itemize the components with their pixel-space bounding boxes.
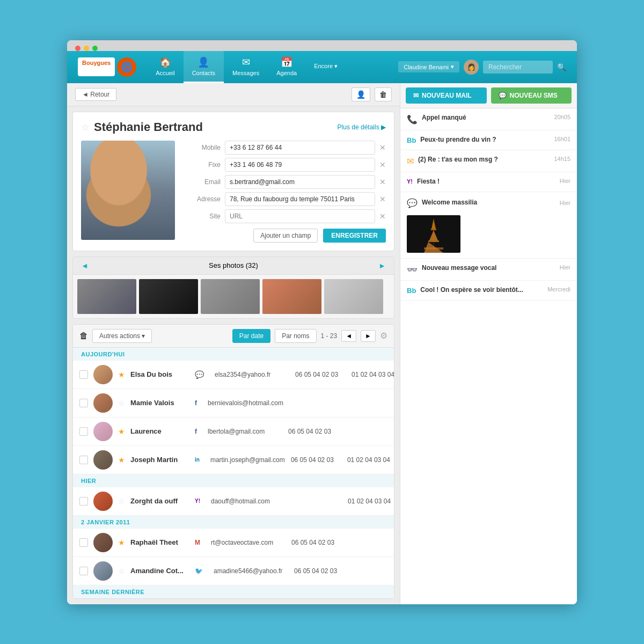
list-item[interactable]: ★ Joseph Martin in Pierre, j'espère que … (73, 446, 394, 474)
list-item[interactable]: ★ Laurence f Coucou tu veux nous rejoind… (73, 418, 394, 446)
contact-name-row: ☆ Stéphanie Bertrand (81, 120, 203, 134)
delete-contact-button[interactable]: 🗑 (375, 87, 392, 101)
message-subject: Welcome massilia (422, 199, 555, 206)
star-icon[interactable]: ★ (118, 427, 125, 436)
photos-next-button[interactable]: ► (378, 261, 386, 270)
sort-date-button[interactable]: Par date (232, 329, 270, 343)
list-item[interactable]: ☆ Amandine Cot... 🐦 Bonne anniversaire P… (73, 557, 394, 586)
avatar (93, 365, 113, 384)
row-checkbox[interactable] (79, 427, 88, 436)
more-details-link[interactable]: Plus de détails ▶ (338, 123, 386, 131)
avatar (93, 561, 113, 581)
message-type-icon: in (195, 457, 200, 463)
avatar (93, 450, 113, 470)
nouveau-sms-button[interactable]: 💬 NOUVEAU SMS (491, 87, 572, 104)
search-icon[interactable]: 🔍 (557, 63, 566, 71)
photo-thumb-5[interactable] (324, 279, 383, 314)
message-item[interactable]: Y! Fiesta ! Hier (400, 172, 577, 192)
row-checkbox[interactable] (79, 456, 88, 464)
add-contact-button[interactable]: 👤 (352, 87, 370, 101)
save-button[interactable]: ENREGISTRER (323, 229, 386, 243)
photos-prev-button[interactable]: ◄ (81, 261, 89, 270)
nav-contacts[interactable]: 👤 Contacts (184, 51, 224, 83)
star-icon[interactable]: ★ (118, 370, 125, 379)
field-input-email[interactable] (225, 175, 375, 189)
field-input-mobile[interactable] (225, 141, 375, 155)
list-item[interactable]: ★ Elsa Du bois 💬 Bonjour je suis en reta… (73, 361, 394, 389)
list-item[interactable]: ☆ Zorght da ouff Y! Voyage en Irelande O… (73, 487, 394, 516)
contact-email: martin.joseph@gmail.com (210, 456, 286, 464)
message-item[interactable]: 📞 Appel manqué 20h05 (400, 108, 577, 130)
back-button[interactable]: ◄ Retour (75, 88, 116, 101)
browser-dot-green[interactable] (92, 46, 98, 51)
star-icon[interactable]: ★ (118, 456, 125, 464)
star-icon[interactable]: ☆ (118, 567, 125, 575)
message-type-icon: f (195, 428, 197, 435)
clear-adresse-icon[interactable]: ✕ (379, 195, 386, 203)
list-item[interactable]: ★ Raphaël Theet M Réunion à 10h00 Juste … (73, 529, 394, 557)
logo-text: Bouygues telecom (78, 57, 115, 76)
row-checkbox[interactable] (79, 538, 88, 547)
nav-agenda[interactable]: 📅 Agenda (268, 51, 305, 83)
photo-thumb-1[interactable] (77, 279, 136, 314)
row-checkbox[interactable] (79, 497, 88, 506)
message-type-icon: f (195, 399, 197, 407)
left-panel: ◄ Retour 👤 🗑 ☆ Stéphanie Bertrand Plus d… (67, 83, 400, 604)
star-icon[interactable]: ☆ (118, 399, 125, 407)
browser-dot-red[interactable] (75, 46, 80, 51)
contact-phone1: 06 05 04 02 03 (291, 539, 342, 546)
message-content: Welcome massilia (422, 199, 555, 207)
clear-fixe-icon[interactable]: ✕ (379, 160, 386, 169)
message-item[interactable]: 👓 Nouveau message vocal Hier (400, 259, 577, 281)
nav-messages[interactable]: ✉ Messages (224, 51, 268, 83)
row-checkbox[interactable] (79, 370, 88, 379)
pagination-prev[interactable]: ◄ (341, 330, 356, 342)
photo-thumb-3[interactable] (201, 279, 260, 314)
message-type-icon: M (195, 539, 200, 546)
pagination-info: 1 - 23 (321, 332, 338, 340)
delete-icon[interactable]: 🗑 (79, 331, 88, 341)
message-item[interactable]: Bb Peux-tu prendre du vin ? 16h01 (400, 130, 577, 150)
user-avatar: 👩 (464, 60, 479, 75)
list-item[interactable]: ☆ Mamie Valois f Salut Pierre, j'ai reçu… (73, 389, 394, 418)
clear-email-icon[interactable]: ✕ (379, 178, 386, 186)
field-input-fixe[interactable] (225, 158, 375, 172)
nouveau-mail-button[interactable]: ✉ NOUVEAU MAIL (406, 87, 487, 104)
star-icon[interactable]: ☆ (118, 497, 125, 506)
user-badge[interactable]: Claudine Benami ▾ (398, 61, 459, 72)
field-email: Email ✕ (183, 175, 386, 189)
clear-site-icon[interactable]: ✕ (379, 212, 386, 221)
other-actions-button[interactable]: Autres actions ▾ (92, 329, 152, 343)
field-actions: Ajouter un champ ENREGISTRER (183, 229, 386, 243)
contact-photo (81, 141, 175, 240)
browser-dot-yellow[interactable] (84, 46, 89, 51)
nav-accueil[interactable]: 🏠 Accueil (147, 51, 183, 83)
field-input-adresse[interactable] (225, 192, 375, 206)
home-icon: 🏠 (159, 56, 171, 68)
settings-icon[interactable]: ⚙ (380, 331, 387, 341)
nav-encore[interactable]: Encore ▾ (305, 51, 346, 83)
nav-right: Claudine Benami ▾ 👩 🔍 (398, 60, 566, 75)
voicemail-icon: 👓 (407, 265, 418, 275)
clear-mobile-icon[interactable]: ✕ (379, 143, 386, 152)
contact-star[interactable]: ☆ (81, 121, 90, 133)
row-checkbox[interactable] (79, 399, 88, 407)
row-checkbox[interactable] (79, 567, 88, 575)
search-input[interactable] (483, 61, 553, 74)
photo-thumb-4[interactable] (262, 279, 321, 314)
message-item[interactable]: 💬 Welcome massilia Hier (400, 192, 577, 259)
field-input-site[interactable] (225, 209, 375, 223)
message-item[interactable]: Bb Cool ! On espère se voir bientôt... M… (400, 281, 577, 301)
eiffel-tower-image (407, 215, 460, 253)
star-icon[interactable]: ★ (118, 538, 125, 547)
contact-row-name: Raphaël Theet (130, 538, 189, 546)
add-field-button[interactable]: Ajouter un champ (253, 229, 318, 243)
contact-row-name: Zorght da ouff (130, 497, 189, 505)
browser-chrome (67, 40, 577, 51)
photo-thumb-2[interactable] (139, 279, 198, 314)
sort-name-button[interactable]: Par noms (275, 329, 316, 343)
message-item[interactable]: ✉ (2) Re : t'as eu mon msg ? 14h15 (400, 150, 577, 172)
contact-phone1: 06 05 04 02 03 (288, 428, 339, 435)
mail-icon: ✉ (413, 92, 419, 99)
pagination-next[interactable]: ► (361, 330, 376, 342)
